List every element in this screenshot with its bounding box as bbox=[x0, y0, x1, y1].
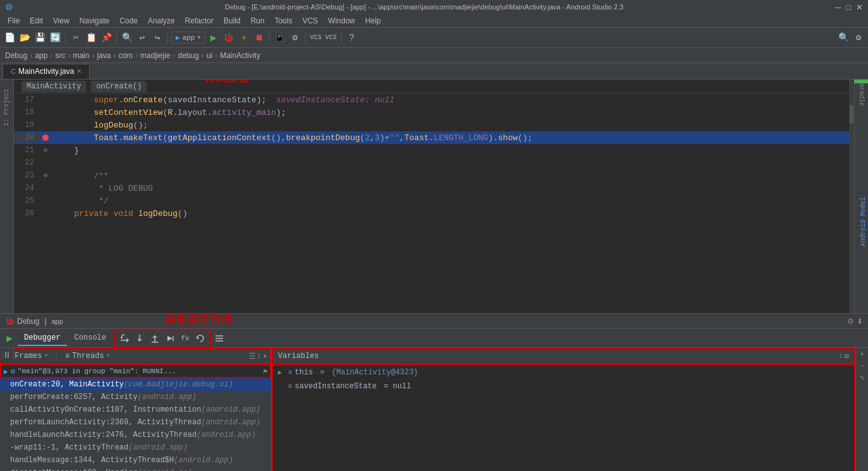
undo-btn[interactable]: ↩ bbox=[135, 31, 149, 45]
sidebar-project-tab[interactable]: 1: Project bbox=[1, 85, 13, 130]
frame-item-1[interactable]: performCreate:6257, Activity (android.ap… bbox=[0, 391, 271, 403]
cut-btn[interactable]: ✂ bbox=[69, 31, 83, 45]
vars-sort-btn[interactable]: ↕ bbox=[839, 352, 843, 361]
code-editor[interactable]: MainActivity onCreate() 17 super.onCreat… bbox=[14, 80, 854, 313]
debug-close-layout-btn[interactable]: ⬇ bbox=[857, 317, 863, 326]
console-tab[interactable]: Console bbox=[68, 331, 112, 346]
bc-debug[interactable]: Debug bbox=[5, 51, 27, 60]
settings-btn[interactable]: ⚙ bbox=[852, 31, 865, 45]
menu-view[interactable]: View bbox=[48, 15, 75, 27]
reset-frame-btn[interactable] bbox=[193, 331, 207, 345]
sdk-btn[interactable]: ⚙ bbox=[288, 31, 302, 45]
sync-btn[interactable]: 🔄 bbox=[48, 31, 62, 45]
gradle-tab[interactable]: Gradle bbox=[855, 80, 867, 110]
tab-close-btn[interactable]: ✕ bbox=[76, 68, 81, 75]
debug-btn[interactable]: 🐞 bbox=[222, 31, 236, 45]
redo-btn[interactable]: ↪ bbox=[150, 31, 164, 45]
menu-build[interactable]: Build bbox=[219, 15, 246, 27]
avd-btn[interactable]: 📱 bbox=[273, 31, 287, 45]
search-everywhere-btn[interactable]: 🔍 bbox=[836, 31, 850, 45]
menu-refactor[interactable]: Refactor bbox=[180, 15, 219, 27]
debug-toolbar-row: ▶ Debugger Console fx bbox=[0, 329, 868, 348]
vcs-btn[interactable]: VCS bbox=[309, 31, 323, 45]
step-over-btn[interactable] bbox=[118, 331, 131, 345]
pause-debug-btn[interactable]: ⏸ bbox=[3, 350, 11, 361]
run-to-cursor-btn[interactable] bbox=[163, 331, 177, 345]
code-line-23: 23 ⊖ /** bbox=[14, 169, 854, 182]
bc-madjiejie[interactable]: madjiejie bbox=[140, 51, 170, 60]
bc-app[interactable]: app bbox=[35, 51, 47, 60]
vcs2-btn[interactable]: VCS bbox=[324, 31, 338, 45]
frame-item-6[interactable]: handleMessage:1344, ActivityThread$H (an… bbox=[0, 454, 271, 467]
menu-vcs[interactable]: VCS bbox=[298, 15, 323, 27]
threads-dropdown[interactable]: ▼ bbox=[107, 353, 110, 359]
tab-mainactivity[interactable]: C MainActivity.java ✕ bbox=[3, 64, 90, 79]
new-btn[interactable]: 📄 bbox=[3, 31, 16, 45]
frame-item-7[interactable]: dispatchMessage:102, Handler (android.os… bbox=[0, 467, 271, 471]
step-into-btn[interactable] bbox=[133, 331, 147, 345]
menu-code[interactable]: Code bbox=[114, 15, 143, 27]
gradle-panel[interactable]: Android Model bbox=[858, 196, 868, 247]
bc-main[interactable]: main bbox=[73, 51, 89, 60]
bc-ui[interactable]: ui bbox=[207, 51, 212, 60]
remove-watch-btn[interactable]: − bbox=[860, 362, 864, 371]
menu-navigate[interactable]: Navigate bbox=[75, 15, 114, 27]
frames-dropdown[interactable]: ▼ bbox=[44, 353, 47, 359]
menu-edit[interactable]: Edit bbox=[25, 15, 48, 27]
frames-sort-btn[interactable]: ↕ bbox=[257, 352, 262, 361]
add-watch-btn[interactable]: + bbox=[860, 350, 864, 359]
close-btn[interactable]: ✕ bbox=[856, 3, 863, 12]
frame-item-0[interactable]: onCreate:20, MainActivity (com.madjiejie… bbox=[0, 378, 271, 391]
frame-item-5[interactable]: -wrap11:-1, ActivityThread (android.app) bbox=[0, 441, 271, 454]
window-controls[interactable]: ─ □ ✕ bbox=[835, 3, 863, 12]
breakpoint-20[interactable] bbox=[42, 134, 49, 141]
scrollbar-thumb[interactable] bbox=[850, 105, 853, 124]
frames-menu-btn[interactable]: ▾ bbox=[263, 352, 267, 361]
bc-src[interactable]: src bbox=[55, 51, 65, 60]
menu-window[interactable]: Window bbox=[323, 15, 360, 27]
frames-filter-btn[interactable]: ☰ bbox=[249, 352, 256, 361]
stream-btn[interactable] bbox=[212, 331, 226, 345]
bc-com[interactable]: com bbox=[118, 51, 133, 60]
breadcrumb-bar: Debug › app › src › main › java › com › … bbox=[0, 48, 868, 63]
stop-btn[interactable]: ⏹ bbox=[252, 31, 266, 45]
paste-btn[interactable]: 📌 bbox=[99, 31, 113, 45]
copy-btn[interactable]: 📋 bbox=[84, 31, 98, 45]
step-out-btn[interactable] bbox=[148, 331, 162, 345]
menu-file[interactable]: File bbox=[3, 15, 25, 27]
menu-analyze[interactable]: Analyze bbox=[143, 15, 180, 27]
debugger-tab[interactable]: Debugger bbox=[18, 331, 67, 346]
bc-debug2[interactable]: debug bbox=[178, 51, 198, 60]
editor-scrollbar[interactable] bbox=[849, 80, 854, 313]
resume-btn[interactable]: ▶ bbox=[3, 331, 16, 345]
menu-tools[interactable]: Tools bbox=[270, 15, 298, 27]
run-config[interactable]: ▶ app ▼ bbox=[171, 32, 205, 44]
bc-mainactivity[interactable]: MainActivity bbox=[220, 51, 260, 60]
run-btn[interactable]: ▶ bbox=[207, 31, 220, 45]
edit-watch-btn[interactable]: ✎ bbox=[860, 373, 864, 383]
minimize-btn[interactable]: ─ bbox=[835, 3, 841, 12]
class-crumb[interactable]: MainActivity bbox=[21, 81, 86, 92]
help-btn[interactable]: ? bbox=[345, 31, 359, 45]
threads-tab[interactable]: ≡ Threads ▼ bbox=[61, 350, 114, 362]
bc-java[interactable]: java bbox=[97, 51, 111, 60]
var-savedinstancestate[interactable]: ≡ savedInstanceState = null bbox=[273, 379, 854, 393]
save-btn[interactable]: 💾 bbox=[33, 31, 47, 45]
restore-btn[interactable]: □ bbox=[846, 3, 851, 12]
thread-expand-arrow[interactable]: ▶ bbox=[4, 367, 8, 376]
frame-item-3[interactable]: performLaunchActivity:2369, ActivityThre… bbox=[0, 416, 271, 429]
menu-help[interactable]: Help bbox=[360, 15, 386, 27]
thread-entry[interactable]: ▶ ⚙ "main"@3,973 in group "main": RUNNI.… bbox=[0, 364, 271, 378]
evaluate-btn[interactable]: fx bbox=[178, 331, 192, 345]
frame-item-4[interactable]: handleLaunchActivity:2476, ActivityThrea… bbox=[0, 429, 271, 441]
frame-item-2[interactable]: callActivityOnCreate:1107, Instrumentati… bbox=[0, 403, 271, 416]
method-crumb[interactable]: onCreate() bbox=[91, 81, 147, 92]
vars-expand-btn[interactable]: ⊞ bbox=[845, 352, 849, 361]
attach-btn[interactable]: ⚡ bbox=[237, 31, 251, 45]
open-btn[interactable]: 📂 bbox=[18, 31, 32, 45]
thread-filter-btn[interactable]: ⚑ bbox=[263, 367, 267, 376]
find-btn[interactable]: 🔍 bbox=[120, 31, 134, 45]
menu-run[interactable]: Run bbox=[246, 15, 270, 27]
var-this[interactable]: ▶ ≡ this = {MainActivity@4323} bbox=[273, 366, 854, 379]
debug-settings-btn[interactable]: ⚙ bbox=[847, 317, 854, 326]
